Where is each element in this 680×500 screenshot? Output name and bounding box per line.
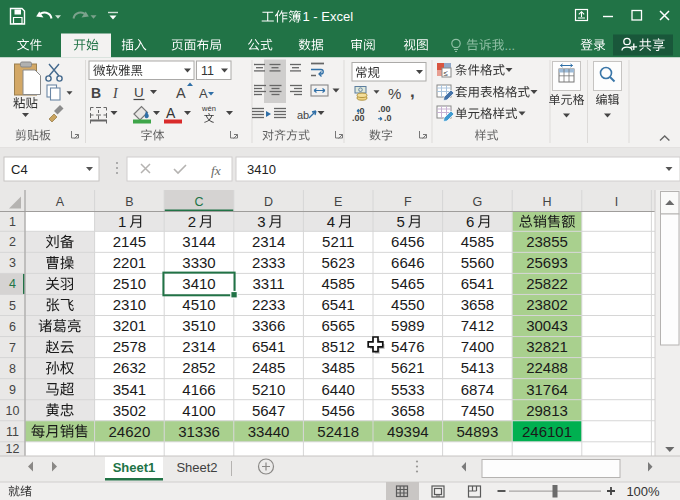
svg-text:23802: 23802 xyxy=(526,296,568,313)
svg-text:6: 6 xyxy=(9,320,16,334)
svg-text:6646: 6646 xyxy=(391,254,424,271)
svg-text:C4: C4 xyxy=(11,162,28,177)
svg-text:3410: 3410 xyxy=(247,162,276,177)
svg-text:4: 4 xyxy=(327,213,335,230)
svg-text:9: 9 xyxy=(9,383,16,397)
svg-text:6456: 6456 xyxy=(391,233,424,250)
svg-text:5621: 5621 xyxy=(391,359,424,376)
svg-text:2333: 2333 xyxy=(252,254,285,271)
svg-text:3144: 3144 xyxy=(182,233,215,250)
svg-text:G: G xyxy=(473,195,483,209)
svg-text:.00: .00 xyxy=(352,113,365,123)
svg-text:2314: 2314 xyxy=(182,338,215,355)
svg-text:3311: 3311 xyxy=(252,275,284,292)
svg-text:5560: 5560 xyxy=(461,254,494,271)
svg-text:32821: 32821 xyxy=(526,338,568,355)
svg-text:5623: 5623 xyxy=(322,254,355,271)
svg-text:A: A xyxy=(56,195,65,209)
svg-text:7412: 7412 xyxy=(461,317,494,334)
svg-text:4585: 4585 xyxy=(461,233,494,250)
svg-text:22488: 22488 xyxy=(526,359,568,376)
svg-text:2632: 2632 xyxy=(113,359,146,376)
svg-text:ab: ab xyxy=(297,109,309,121)
svg-text:3330: 3330 xyxy=(182,254,215,271)
svg-text:8: 8 xyxy=(9,362,16,376)
svg-text:2314: 2314 xyxy=(252,233,285,250)
svg-text:6874: 6874 xyxy=(461,381,494,398)
svg-text:5647: 5647 xyxy=(252,402,285,419)
svg-text:4585: 4585 xyxy=(322,275,355,292)
svg-text:F: F xyxy=(404,195,412,209)
svg-text:29813: 29813 xyxy=(526,402,568,419)
svg-text:31764: 31764 xyxy=(526,381,568,398)
svg-text:2310: 2310 xyxy=(113,296,146,313)
svg-text:A: A xyxy=(166,105,176,121)
svg-text:6541: 6541 xyxy=(322,296,355,313)
svg-text:5413: 5413 xyxy=(461,359,494,376)
svg-text:U: U xyxy=(134,85,144,100)
svg-text:2485: 2485 xyxy=(252,359,285,376)
svg-text:5211: 5211 xyxy=(322,233,354,250)
svg-text:2145: 2145 xyxy=(113,233,146,250)
svg-text:5: 5 xyxy=(396,213,404,230)
svg-text:3541: 3541 xyxy=(113,381,146,398)
svg-text:3410: 3410 xyxy=(182,275,215,292)
svg-text:4100: 4100 xyxy=(182,402,215,419)
svg-text:B: B xyxy=(91,85,101,101)
svg-text:4550: 4550 xyxy=(391,296,424,313)
svg-text:6565: 6565 xyxy=(322,317,355,334)
svg-text:52418: 52418 xyxy=(317,423,359,440)
svg-text:24620: 24620 xyxy=(109,423,151,440)
svg-text:≤: ≤ xyxy=(444,69,449,78)
svg-text:6440: 6440 xyxy=(322,381,355,398)
svg-text:%: % xyxy=(388,85,401,102)
svg-text:Sheet1: Sheet1 xyxy=(113,460,156,475)
svg-text:100%: 100% xyxy=(626,484,660,499)
svg-text:5: 5 xyxy=(9,299,16,313)
svg-text:2: 2 xyxy=(188,213,196,230)
svg-text:25822: 25822 xyxy=(526,275,568,292)
svg-text:31336: 31336 xyxy=(178,423,220,440)
svg-text:3658: 3658 xyxy=(391,402,424,419)
svg-text:A: A xyxy=(176,85,186,101)
svg-text:7: 7 xyxy=(9,341,16,355)
svg-text:6541: 6541 xyxy=(461,275,494,292)
svg-text:6541: 6541 xyxy=(252,338,285,355)
svg-text:23855: 23855 xyxy=(526,233,568,250)
svg-text:30043: 30043 xyxy=(526,317,568,334)
svg-text:5456: 5456 xyxy=(322,402,355,419)
svg-text:5533: 5533 xyxy=(391,381,424,398)
svg-text:1 - Excel: 1 - Excel xyxy=(303,9,354,24)
svg-text:5989: 5989 xyxy=(391,317,424,334)
svg-text:5476: 5476 xyxy=(391,338,424,355)
svg-text:1: 1 xyxy=(118,213,126,230)
svg-text:3510: 3510 xyxy=(182,317,215,334)
svg-text:11: 11 xyxy=(6,425,19,439)
svg-text:...: ... xyxy=(505,38,516,53)
svg-text:1: 1 xyxy=(9,215,16,229)
svg-text:,: , xyxy=(410,82,415,101)
svg-text:wén: wén xyxy=(201,104,216,113)
svg-text:4: 4 xyxy=(9,277,16,291)
svg-text:4166: 4166 xyxy=(182,381,215,398)
svg-text:A: A xyxy=(199,86,208,101)
svg-text:C: C xyxy=(194,195,203,209)
svg-text:E: E xyxy=(334,195,342,209)
svg-text:I: I xyxy=(615,195,618,209)
svg-text:2201: 2201 xyxy=(113,254,146,271)
svg-text:7400: 7400 xyxy=(461,338,494,355)
svg-text:5210: 5210 xyxy=(252,381,285,398)
svg-text:54893: 54893 xyxy=(457,423,499,440)
svg-text:49394: 49394 xyxy=(387,423,429,440)
svg-text:2233: 2233 xyxy=(252,296,285,313)
svg-text:fx: fx xyxy=(211,163,221,178)
svg-text:8512: 8512 xyxy=(322,338,355,355)
svg-text:.0: .0 xyxy=(384,113,392,123)
svg-text:25693: 25693 xyxy=(526,254,568,271)
svg-text:B: B xyxy=(125,195,133,209)
svg-text:3201: 3201 xyxy=(113,317,146,334)
svg-text:3485: 3485 xyxy=(322,359,355,376)
svg-text:11: 11 xyxy=(201,64,214,78)
svg-text:3366: 3366 xyxy=(252,317,285,334)
svg-text:7450: 7450 xyxy=(461,402,494,419)
